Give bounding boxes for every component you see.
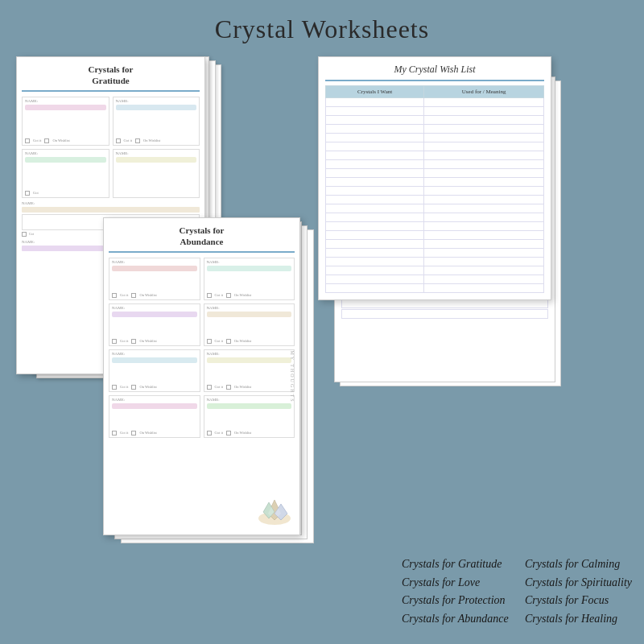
abundance-grid: NAME: Got it On Wishlist NAME: [109, 258, 295, 438]
label-on-wishlist: On Wishlist [139, 339, 156, 343]
my-thoughts-bar: MY THOUGHTS [285, 218, 299, 535]
cell-footer: Got it On Wishlist [207, 431, 292, 436]
checkbox-wishlist[interactable] [131, 385, 136, 390]
cell-label: NAME: [112, 352, 197, 356]
list-item-spirituality: Crystals for Spirituality [525, 574, 632, 592]
checkbox-wishlist[interactable] [44, 138, 49, 143]
page-title: Crystal Worksheets [0, 0, 644, 52]
wishlist-title: My Crystal Wish List [325, 64, 544, 76]
cell-label: NAME: [25, 151, 106, 155]
cell-footer: Got it On Wishlist [112, 339, 197, 344]
cell-label: NAME: [25, 99, 106, 103]
gratitude-divider [22, 90, 200, 92]
cell-label: NAME: [207, 398, 292, 402]
name-bar [112, 266, 197, 271]
cell-label: NAME: [207, 260, 292, 264]
list-item-healing: Crystals for Healing [525, 610, 632, 628]
wishlist-row [326, 142, 544, 151]
label-on-wishlist: On Wishlist [52, 138, 69, 142]
checkbox-got-it[interactable] [116, 138, 121, 143]
wishlist-row [326, 231, 544, 240]
right-side: n Meaning n Meaning [306, 56, 628, 555]
cell-footer: Got it On Wishlist [112, 293, 197, 298]
name-bar [25, 105, 106, 110]
list-item-protection: Crystals for Protection [402, 592, 509, 609]
wishlist-row [326, 196, 544, 204]
cell-footer: Got it On Wishlist [112, 385, 197, 390]
checkbox-wishlist[interactable] [226, 385, 231, 390]
name-bar [116, 105, 197, 110]
list-item-love: Crystals for Love [402, 574, 509, 592]
cell-label: NAME: [112, 306, 197, 310]
checkbox-got-it[interactable] [25, 191, 30, 196]
checkbox-wishlist[interactable] [226, 431, 231, 436]
label-got-it: Got it [215, 431, 223, 435]
abundance-worksheet-main: Crystals forAbundance NAME: Got it On Wi… [103, 217, 300, 535]
wishlist-row [326, 187, 544, 196]
wishlist-row [326, 266, 544, 275]
abundance-divider [109, 251, 295, 253]
cell-label: NAME: [207, 306, 292, 310]
wishlist-row [326, 151, 544, 160]
cell-label: NAME: [112, 398, 197, 402]
list-item-abundance: Crystals for Abundance [402, 610, 509, 628]
label-on-wishlist: On Wishlist [139, 385, 156, 389]
label-on-wishlist: On Wishlist [139, 431, 156, 435]
wishlist-row [326, 125, 544, 134]
list-item-calming: Crystals for Calming [525, 555, 632, 573]
cell-label: NAME: [112, 260, 197, 264]
content-area: Crystals forGratitude NAME: Got it On Wi… [0, 56, 644, 555]
col-used-for: Used for / Meaning [424, 86, 544, 98]
wishlist-row [326, 222, 544, 231]
checkbox-wishlist[interactable] [226, 293, 231, 298]
label-got-it: Got it [215, 293, 223, 297]
cell-label: NAME: [116, 151, 197, 155]
checkbox-wishlist[interactable] [131, 293, 136, 298]
right-list: Crystals for Calming Crystals for Spirit… [525, 555, 632, 628]
wishlist-row [326, 169, 544, 178]
label-got-it: Got it [124, 138, 132, 142]
checkbox-got-it[interactable] [207, 293, 212, 298]
cell-content [25, 165, 106, 189]
label-on-wishlist: On Wishlist [234, 385, 251, 389]
label-got-it: Got [33, 191, 39, 195]
label-got-it: Got it [120, 431, 128, 435]
checkbox-got-it[interactable] [112, 385, 117, 390]
col-crystals-want: Crystals I Want [326, 86, 424, 98]
wishlist-row [326, 275, 544, 284]
label-on-wishlist: On Wishlist [234, 293, 251, 297]
checkbox-got-it[interactable] [112, 293, 117, 298]
checkbox-got-it[interactable] [207, 339, 212, 344]
cell-footer: Got it On Wishlist [112, 431, 197, 436]
wishlist-row [326, 134, 544, 142]
checkbox-wishlist[interactable] [226, 339, 231, 344]
name-bar [116, 157, 197, 163]
left-stack: Crystals forGratitude NAME: Got it On Wi… [16, 56, 306, 555]
cell-label: NAME: [207, 352, 292, 356]
checkbox-wishlist[interactable] [131, 339, 136, 344]
my-thoughts-label: MY THOUGHTS [290, 350, 295, 402]
cell-footer: Got [25, 191, 106, 196]
wishlist-divider [325, 80, 544, 81]
right-sheets-container: n Meaning n Meaning [306, 56, 628, 402]
checkbox-wishlist[interactable] [135, 138, 140, 143]
list-item-focus: Crystals for Focus [525, 592, 632, 609]
checkbox-got-it[interactable] [207, 385, 212, 390]
checkbox-wishlist[interactable] [131, 431, 136, 436]
left-list: Crystals for Gratitude Crystals for Love… [402, 555, 509, 628]
label-got-it: Got it [215, 385, 223, 389]
wishlist-row [326, 284, 544, 293]
checkbox-got-it[interactable] [207, 431, 212, 436]
wishlist-row [326, 258, 544, 266]
wishlist-row [326, 116, 544, 125]
checkbox-got-it[interactable] [112, 431, 117, 436]
checkbox-got-it[interactable] [112, 339, 117, 344]
wishlist-row [326, 213, 544, 222]
name-bar [207, 403, 292, 409]
label-got-it: Got it [33, 138, 41, 142]
checkbox-got-it[interactable] [25, 138, 30, 143]
name-bar [207, 266, 292, 271]
name-bar [112, 357, 197, 363]
name-bar [25, 157, 106, 163]
label-got-it: Got it [120, 339, 128, 343]
